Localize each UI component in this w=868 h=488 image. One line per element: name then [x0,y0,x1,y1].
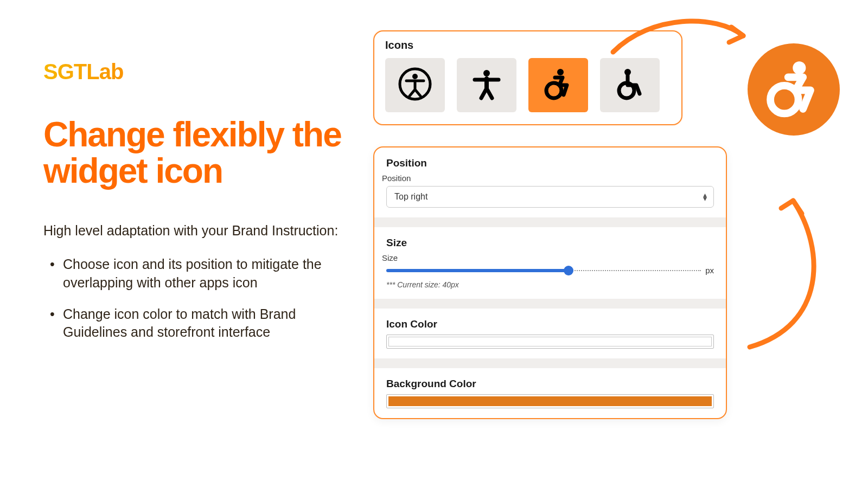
svg-point-1 [412,74,418,79]
page-heading: Change flexibly the widget icon [43,117,347,189]
page-subheading: High level adaptation with your Brand In… [43,222,347,240]
svg-point-3 [557,69,564,75]
size-note: *** Current size: 40px [386,280,714,289]
section-divider [374,358,726,368]
icon-option-wheelchair[interactable] [600,58,660,112]
position-section: Position Position Top right ▴▾ [374,147,726,217]
position-select-value: Top right [394,192,427,202]
feature-bullet: Change icon color to match with Brand Gu… [63,305,347,342]
section-divider [374,217,726,227]
slider-thumb[interactable] [564,266,573,275]
feature-bullet: Choose icon and its position to mitigate… [63,255,347,292]
icon-color-section: Icon Color [374,309,726,358]
arrow-icon [739,184,847,358]
svg-point-8 [770,86,799,114]
section-divider [374,299,726,309]
icon-color-input[interactable] [386,335,714,349]
icon-option-wheelchair-motion[interactable] [528,58,588,112]
wheelchair-icon [612,67,647,104]
svg-point-7 [793,61,806,74]
position-section-title: Position [386,157,714,169]
accessibility-circle-icon [398,67,432,104]
size-section-title: Size [386,237,714,249]
icon-color-swatch [388,337,712,346]
wheelchair-motion-icon [764,59,824,120]
preview-badge [748,43,840,136]
background-color-section: Background Color [374,368,726,418]
size-slider[interactable] [386,269,701,272]
background-color-input[interactable] [386,394,714,408]
brand-logo: SGTLab [43,60,347,84]
person-arms-icon [469,67,504,104]
background-color-title: Background Color [386,378,714,390]
arrow-icon [608,14,760,63]
svg-point-4 [546,83,561,98]
icon-option-person-arms[interactable] [457,58,516,112]
settings-panel: Position Position Top right ▴▾ Size Size… [373,146,727,419]
icon-color-title: Icon Color [386,318,714,330]
size-section: Size Size px *** Current size: 40px [374,227,726,299]
size-field-label: Size [382,253,714,262]
icon-option-accessibility-circle[interactable] [385,58,445,112]
chevron-updown-icon: ▴▾ [703,193,707,201]
size-unit: px [705,266,714,275]
wheelchair-motion-icon [541,67,576,104]
background-color-swatch [388,396,712,406]
position-select[interactable]: Top right ▴▾ [386,186,714,208]
position-field-label: Position [382,174,714,183]
svg-point-2 [483,70,490,76]
feature-bullets: Choose icon and its position to mitigate… [43,255,347,342]
